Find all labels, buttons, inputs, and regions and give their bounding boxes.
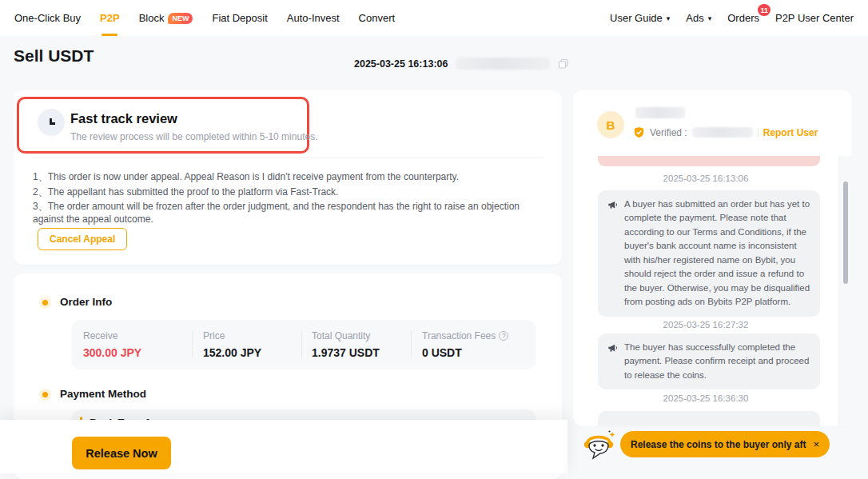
report-user-link[interactable]: Report User — [763, 127, 818, 138]
field-value-price: 152.00 JPY — [203, 346, 261, 359]
order-id-redacted — [456, 58, 550, 70]
nav-label: Convert — [359, 12, 396, 24]
system-message-bubble-clipped — [598, 411, 820, 426]
chat-timestamp: 2025-03-25 16:13:06 — [573, 174, 838, 183]
nav-ads[interactable]: Ads ▾ — [686, 0, 711, 36]
toast-notification[interactable]: Release the coins to the buyer only afte… — [620, 431, 830, 457]
divider — [192, 331, 193, 358]
chat-card: B Verified : Report User 2025-03-25 16:1… — [573, 90, 852, 426]
nav-p2p-user-center[interactable]: P2P User Center — [775, 0, 854, 36]
field-value-receive: 300.00 JPY — [83, 346, 141, 359]
nav-auto-invest[interactable]: Auto-Invest — [287, 0, 340, 36]
field-value-quantity: 1.9737 USDT — [312, 346, 380, 359]
appeal-terms-list: 1、This order is now under appeal. Appeal… — [33, 171, 541, 228]
orders-count-badge: 11 — [758, 4, 770, 16]
nav-p2p[interactable]: P2P — [100, 0, 120, 36]
divider — [411, 331, 412, 358]
divider — [758, 128, 759, 138]
system-message-text: A buyer has submitted an order but has y… — [624, 198, 810, 309]
p2p-order-page: One-Click Buy P2P Block NEW Fiat Deposit… — [0, 0, 868, 479]
appeal-term: 3、The order amount will be frozen after … — [33, 201, 541, 226]
field-label-text: Transaction Fees — [422, 330, 496, 341]
chat-scrollbar[interactable] — [839, 156, 852, 426]
nav-label: Fiat Deposit — [212, 12, 267, 24]
avatar[interactable]: B — [597, 111, 624, 138]
order-meta: 2025-03-25 16:13:06 — [354, 58, 569, 70]
system-message-text: The buyer has successfully completed the… — [624, 341, 810, 382]
nav-label: P2P — [100, 12, 120, 24]
chevron-down-icon: ▾ — [708, 14, 712, 22]
megaphone-icon — [607, 199, 619, 210]
close-icon[interactable]: × — [813, 438, 819, 450]
section-bullet-icon — [42, 300, 48, 305]
appeal-term: 1、This order is now under appeal. Appeal… — [33, 171, 541, 184]
page-title: Sell USDT — [14, 46, 94, 66]
nav-user-guide[interactable]: User Guide ▾ — [610, 0, 670, 36]
nav-label: Ads — [686, 12, 703, 24]
verified-name-redacted — [692, 127, 753, 138]
clock-icon — [38, 109, 65, 136]
system-message-bubble: A buyer has submitted an order but has y… — [598, 190, 820, 317]
appeal-card: Fast track review The review process wil… — [14, 90, 562, 265]
field-price: Price 152.00 JPY — [203, 320, 261, 369]
copy-icon[interactable] — [558, 58, 569, 70]
username-redacted — [635, 107, 685, 118]
field-receive: Receive 300.00 JPY — [83, 320, 141, 369]
nav-label: P2P User Center — [775, 12, 854, 24]
field-value-fees: 0 USDT — [422, 346, 508, 359]
divider — [33, 158, 543, 158]
field-transaction-fees: Transaction Fees ? 0 USDT — [422, 320, 508, 369]
verified-row: Verified : Report User — [633, 126, 818, 138]
release-now-button[interactable]: Release Now — [72, 437, 171, 469]
nav-one-click-buy[interactable]: One-Click Buy — [14, 0, 81, 36]
verified-shield-icon — [633, 126, 645, 138]
nav-left: One-Click Buy P2P Block NEW Fiat Deposit… — [14, 0, 395, 36]
nav-block[interactable]: Block NEW — [139, 0, 193, 36]
top-nav: One-Click Buy P2P Block NEW Fiat Deposit… — [0, 0, 868, 36]
nav-label: Block — [139, 12, 165, 24]
help-icon[interactable]: ? — [499, 331, 508, 341]
assistant-mascot-icon[interactable] — [581, 429, 616, 462]
nav-convert[interactable]: Convert — [359, 0, 396, 36]
nav-orders[interactable]: Orders 11 — [727, 0, 759, 36]
sticky-footer: Release Now — [0, 420, 567, 473]
new-badge: NEW — [168, 13, 193, 24]
field-label: Transaction Fees ? — [422, 330, 508, 341]
nav-label: Auto-Invest — [287, 12, 340, 24]
chat-timestamp: 2025-03-25 16:27:32 — [573, 320, 838, 329]
divider — [301, 331, 302, 358]
chat-timestamp: 2025-03-25 16:36:30 — [573, 393, 838, 403]
chevron-down-icon: ▾ — [667, 14, 671, 22]
section-bullet-icon — [42, 392, 48, 397]
nav-label: One-Click Buy — [14, 12, 81, 24]
alert-banner-clipped — [598, 156, 820, 166]
payment-method-title: Payment Method — [60, 388, 146, 400]
megaphone-icon — [607, 342, 619, 353]
system-message-bubble: The buyer has successfully completed the… — [598, 333, 820, 389]
order-fields-box: Receive 300.00 JPY Price 152.00 JPY Tota… — [72, 320, 536, 369]
field-total-quantity: Total Quantity 1.9737 USDT — [312, 320, 380, 369]
toast-text: Release the coins to the buyer only afte… — [631, 439, 806, 450]
nav-right: User Guide ▾ Ads ▾ Orders 11 P2P User Ce… — [610, 0, 854, 36]
nav-fiat-deposit[interactable]: Fiat Deposit — [212, 0, 267, 36]
field-label: Receive — [83, 330, 141, 341]
field-label: Price — [203, 330, 261, 341]
appeal-term: 2、The appellant has submitted the proof … — [33, 186, 541, 199]
appeal-subtitle: The review process will be completed wit… — [70, 131, 317, 142]
scrollbar-thumb[interactable] — [843, 182, 848, 284]
cancel-appeal-button[interactable]: Cancel Appeal — [38, 228, 127, 250]
appeal-title: Fast track review — [70, 111, 177, 126]
field-label: Total Quantity — [312, 330, 380, 341]
chat-message-area[interactable]: 2025-03-25 16:13:06 A buyer has submitte… — [573, 156, 839, 426]
nav-label: User Guide — [610, 12, 663, 24]
nav-label: Orders — [727, 12, 759, 24]
verified-label: Verified : — [650, 127, 687, 138]
order-timestamp: 2025-03-25 16:13:06 — [354, 58, 448, 70]
order-info-title: Order Info — [60, 296, 112, 308]
